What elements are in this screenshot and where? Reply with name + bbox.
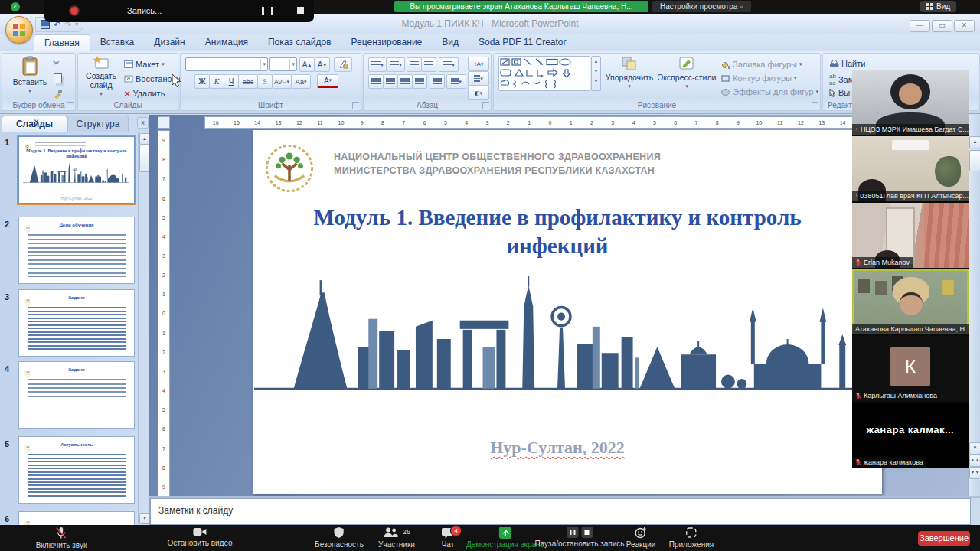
unmute-button[interactable]: Включить звук xyxy=(36,527,87,549)
tab-view[interactable]: Вид xyxy=(432,34,469,51)
slide-footer[interactable]: Нур-Султан, 2022 xyxy=(253,438,862,458)
maximize-button[interactable]: ▭ xyxy=(932,20,952,32)
panel-scroll-up-icon[interactable]: ▲ xyxy=(139,133,150,145)
font-dialog-launcher[interactable] xyxy=(352,102,359,109)
tab-design[interactable]: Дизайн xyxy=(144,34,194,51)
security-button[interactable]: Безопасность xyxy=(315,527,364,549)
align-center-button[interactable] xyxy=(383,74,398,89)
replace-button[interactable]: abac Зам xyxy=(829,73,854,86)
format-painter-icon[interactable] xyxy=(53,89,63,99)
next-slide-icon[interactable]: ▼▼ xyxy=(969,467,980,479)
reactions-button[interactable]: Реакции xyxy=(626,527,656,549)
decrease-indent-button[interactable] xyxy=(407,57,422,72)
grow-font-button[interactable]: А▲ xyxy=(299,57,315,72)
font-size-combo[interactable]: ▾ xyxy=(270,57,297,71)
increase-indent-button[interactable] xyxy=(421,57,436,72)
shape-outline-button[interactable]: Контур фигуры▾ xyxy=(720,73,796,83)
participants-button[interactable]: 26 Участники xyxy=(378,527,415,549)
scroll-up-icon[interactable]: ▲ xyxy=(969,136,980,148)
panel-scrollbar[interactable]: ▲ ▼ xyxy=(138,132,149,525)
justify-button[interactable] xyxy=(412,74,427,89)
view-settings-button[interactable]: Настройки просмотра ˅ xyxy=(652,1,751,12)
previous-slide-icon[interactable]: ▲▲ xyxy=(969,455,980,467)
quick-styles-button[interactable]: Экспресс-стили ▾ xyxy=(656,55,717,101)
close-button[interactable]: ✕ xyxy=(954,20,975,32)
main-scrollbar[interactable]: ▲ ▼ ▲▲ ▼▼ xyxy=(968,115,980,498)
view-button[interactable]: Вид xyxy=(920,1,956,12)
paste-dropdown-icon[interactable]: ▾ xyxy=(28,88,31,94)
stop-video-button[interactable]: Остановить видео xyxy=(167,527,232,547)
slide-thumbnail-4[interactable]: Задачи xyxy=(18,361,135,429)
text-shadow-button[interactable]: S xyxy=(257,74,273,89)
align-distributed-button[interactable] xyxy=(430,74,445,89)
apps-button[interactable]: Приложения xyxy=(669,527,714,549)
tab-insert[interactable]: Вставка xyxy=(90,34,145,51)
convert-smartart-button[interactable]: ◧▾ xyxy=(468,86,489,100)
scroll-down-icon[interactable]: ▼ xyxy=(969,442,980,455)
panel-scroll-down-icon[interactable]: ▼ xyxy=(139,513,150,524)
character-spacing-button[interactable]: AV↔▾ xyxy=(272,74,292,89)
minimize-button[interactable]: — xyxy=(910,20,930,32)
new-slide-dropdown-icon[interactable]: ▾ xyxy=(100,91,103,97)
numbering-button[interactable]: ▾ xyxy=(387,57,405,72)
bold-button[interactable]: Ж xyxy=(194,74,210,89)
drawing-dialog-launcher[interactable] xyxy=(812,102,818,109)
align-left-button[interactable] xyxy=(368,74,384,89)
scroll-thumb[interactable] xyxy=(969,150,980,171)
panel-close-icon[interactable]: x xyxy=(137,117,149,129)
participant-video-3[interactable]: Erlan Mukanov xyxy=(852,203,969,268)
arrange-button[interactable]: Упорядочить ▾ xyxy=(604,55,655,101)
tab-outline-pane[interactable]: Структура xyxy=(67,116,129,132)
font-name-combo[interactable]: ▾ xyxy=(185,57,268,71)
qat-dropdown-icon[interactable]: ▾ xyxy=(75,21,78,28)
tab-slideshow[interactable]: Показ слайдов xyxy=(258,34,341,51)
shape-effects-button[interactable]: Эффекты для фигур▾ xyxy=(720,87,818,96)
slide-thumbnail-2[interactable]: Цели обучения xyxy=(18,217,135,284)
shapes-scrollbar[interactable]: ▲▼▾ xyxy=(591,56,601,91)
paste-button[interactable]: Вставить ▾ xyxy=(10,55,50,101)
office-button[interactable] xyxy=(5,16,33,44)
layout-button[interactable]: Макет▾ xyxy=(124,60,165,69)
shapes-gallery[interactable] xyxy=(498,56,590,91)
align-right-button[interactable] xyxy=(397,74,413,89)
panel-scroll-thumb[interactable] xyxy=(139,145,150,172)
slide-thumbnail-5[interactable]: Актуальность xyxy=(18,436,135,504)
find-button[interactable]: Найти xyxy=(829,59,865,68)
shrink-font-button[interactable]: А▼ xyxy=(315,57,330,72)
delete-slide-button[interactable]: ✕ Удалить xyxy=(124,89,165,98)
stop-recording-icon[interactable] xyxy=(297,7,304,14)
clipboard-dialog-launcher[interactable] xyxy=(67,102,74,109)
change-case-button[interactable]: Aa▾ xyxy=(291,74,311,89)
font-color-button[interactable]: А▾ xyxy=(317,74,338,88)
slide-thumbnail-3[interactable]: Задачи xyxy=(18,289,135,357)
pause-recording-icon[interactable] xyxy=(262,7,273,15)
notes-pane[interactable]: Заметки к слайду xyxy=(150,498,971,525)
tab-animation[interactable]: Анимация xyxy=(195,34,258,51)
clear-formatting-button[interactable] xyxy=(334,57,352,72)
end-meeting-button[interactable]: Завершение xyxy=(918,531,970,546)
columns-button[interactable]: ▾ xyxy=(446,74,466,89)
align-text-button[interactable]: ▾ xyxy=(468,71,489,86)
shape-fill-button[interactable]: Заливка фигуры▾ xyxy=(720,60,802,69)
participant-video-2[interactable]: 038051Глав врач КГП Алтынсар... xyxy=(852,136,969,201)
tab-slides-pane[interactable]: Слайды xyxy=(2,116,67,132)
slide-title[interactable]: Модуль 1. Введение в профилактику и конт… xyxy=(253,204,862,260)
underline-button[interactable]: Ч xyxy=(224,74,239,89)
paragraph-dialog-launcher[interactable] xyxy=(482,102,489,109)
slide-thumbnail-6[interactable] xyxy=(18,511,135,525)
copy-icon[interactable] xyxy=(54,73,62,83)
line-spacing-button[interactable]: ▾ xyxy=(439,57,459,72)
tab-home[interactable]: Главная xyxy=(34,34,90,52)
tab-soda-pdf[interactable]: Soda PDF 11 Creator xyxy=(469,34,577,51)
cut-button[interactable]: ✂ xyxy=(53,58,60,68)
participant-video-4[interactable]: Атаханова Карлыгаш Чапаевна, Н... xyxy=(852,269,969,334)
tab-review[interactable]: Рецензирование xyxy=(341,34,433,51)
text-direction-button[interactable]: ↕A▾ xyxy=(468,57,489,71)
slide-canvas[interactable]: НАЦИОНАЛЬНЫЙ ЦЕНТР ОБЩЕСТВЕННОГО ЗДРАВОО… xyxy=(253,130,882,494)
select-button[interactable]: Вы xyxy=(829,88,850,97)
italic-button[interactable]: К xyxy=(209,74,224,89)
participant-video-1[interactable]: НЦОЗ МЗРК Имашева Багдат С... xyxy=(852,70,969,135)
pause-stop-recording-button[interactable]: Пауза/остановить запись xyxy=(534,527,624,548)
slide-thumbnail-1[interactable]: Модуль 1. Введение в профилактику и конт… xyxy=(17,135,136,205)
bullets-button[interactable]: ▾ xyxy=(368,57,387,72)
